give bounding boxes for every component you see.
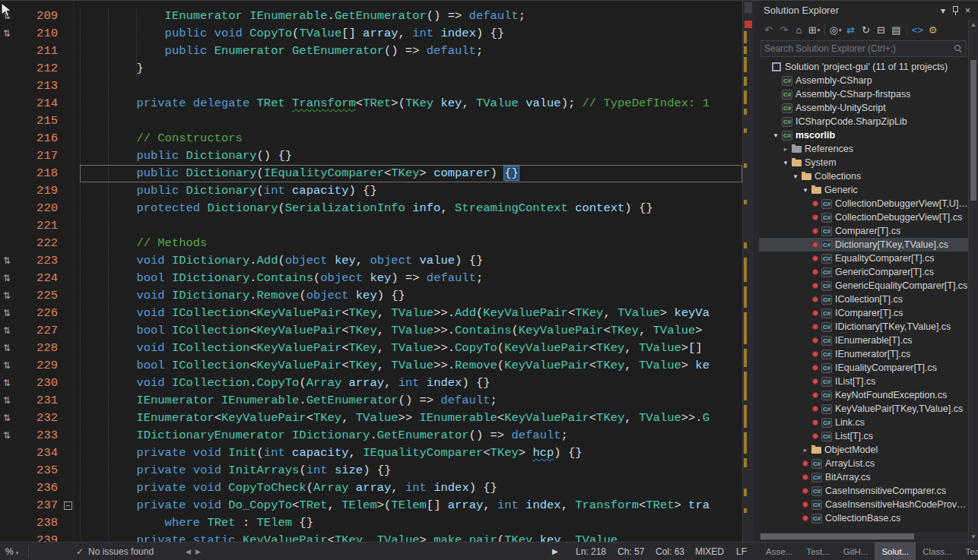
code-text[interactable]: // Constructors	[80, 130, 742, 147]
code-line[interactable]: ⇅230void ICollection.CopyTo(Array array,…	[0, 375, 742, 392]
code-text[interactable]	[80, 78, 742, 95]
code-line[interactable]: 238where TRet : TElem {}	[0, 514, 742, 532]
refresh-icon[interactable]: ↻	[859, 24, 873, 36]
line-number[interactable]: 235	[23, 462, 58, 479]
panel-tab-gith[interactable]: GitH...	[837, 543, 875, 560]
tree-item[interactable]: ICollection[T].cs	[759, 293, 968, 306]
scrollbar-thumb[interactable]	[970, 60, 976, 201]
split-editor-handle-icon[interactable]	[745, 2, 752, 13]
tree-item[interactable]: IEqualityComparer[T].cs	[759, 361, 968, 375]
search-box[interactable]	[760, 40, 967, 57]
code-line[interactable]: ⇅225void IDictionary.Remove(object key) …	[0, 287, 742, 305]
line-number[interactable]: 212	[23, 60, 58, 78]
line-number[interactable]: 211	[23, 43, 58, 60]
line-number[interactable]: 221	[23, 217, 58, 235]
tree-item[interactable]: IList[T].cs	[759, 375, 968, 388]
code-line[interactable]: ⇅229bool ICollection<KeyValuePair<TKey, …	[0, 357, 742, 375]
code-text[interactable]: }	[80, 60, 742, 78]
code-line[interactable]: ⇅210public void CopyTo(TValue[] array, i…	[0, 25, 742, 43]
code-line[interactable]: ⇅228void ICollection<KeyValuePair<TKey, …	[0, 340, 742, 357]
code-line[interactable]: 217public Dictionary() {}	[0, 147, 742, 165]
panel-tab-test[interactable]: Test...	[799, 543, 837, 560]
expander-open-icon[interactable]: ▾	[780, 159, 791, 166]
code-text[interactable]: void ICollection.CopyTo(Array array, int…	[80, 375, 742, 392]
pin-icon[interactable]	[952, 5, 958, 15]
code-line[interactable]: ⇅231IEnumerator IEnumerable.GetEnumerato…	[0, 392, 742, 410]
line-number[interactable]: 233	[23, 427, 58, 445]
code-text[interactable]: protected Dictionary(SerializationInfo i…	[80, 200, 742, 217]
tree-item[interactable]: ▸ObjectModel	[759, 443, 968, 457]
scroll-up-icon[interactable]: ▲	[969, 21, 978, 28]
code-line[interactable]: ⇅224bool IDictionary.Contains(object key…	[0, 270, 742, 287]
tree-item[interactable]: Assembly-UnityScript	[759, 101, 968, 115]
hscroll-right-arrow-icon[interactable]: ▶	[552, 543, 558, 560]
scrollbar-thumb[interactable]	[760, 533, 914, 539]
scroll-down-icon[interactable]: ▼	[969, 533, 978, 540]
code-line[interactable]: 215	[0, 112, 742, 130]
tree-item[interactable]: Dictionary[TKey,TValue].cs	[759, 238, 968, 252]
tree-item[interactable]: CollectionDebuggerView[T].cs	[759, 210, 968, 224]
code-line[interactable]: 234private void Init(int capacity, IEqua…	[0, 445, 742, 462]
panel-tab-asse[interactable]: Asse...	[759, 543, 799, 560]
code-text[interactable]: void IDictionary.Add(object key, object …	[80, 252, 742, 270]
tree-item[interactable]: CaseInsensitiveComparer.cs	[759, 484, 968, 498]
hscroll-secondary-arrow-icon[interactable]: ▶	[195, 543, 201, 560]
line-number[interactable]: 225	[23, 287, 58, 305]
line-number[interactable]: 224	[23, 270, 58, 287]
line-number[interactable]: 219	[23, 182, 58, 200]
code-line[interactable]: 219public Dictionary(int capacity) {}	[0, 182, 742, 200]
tree-item[interactable]: List[T].cs	[759, 429, 968, 443]
line-number[interactable]: 215	[23, 112, 58, 130]
tree-item[interactable]: IDictionary[TKey,TValue].cs	[759, 320, 968, 334]
code-text[interactable]: bool ICollection<KeyValuePair<TKey, TVal…	[80, 322, 742, 340]
fold-collapse-button[interactable]: −	[64, 501, 72, 510]
panel-tab-class[interactable]: Class...	[916, 543, 958, 560]
tree-item[interactable]: Assembly-CSharp	[759, 74, 968, 87]
editor-vertical-scrollbar[interactable]	[742, 1, 754, 542]
line-number[interactable]: 237	[23, 497, 58, 514]
code-line[interactable]: 212}	[0, 60, 742, 78]
tree-item[interactable]: GenericEqualityComparer[T].cs	[759, 279, 968, 293]
code-text[interactable]: private void CopyToCheck(Array array, in…	[80, 479, 742, 497]
search-icon[interactable]	[953, 43, 964, 54]
line-number[interactable]: 223	[23, 252, 58, 270]
collapse-all-icon[interactable]: ⊟	[874, 24, 888, 36]
tree-item[interactable]: EqualityComparer[T].cs	[759, 252, 968, 265]
line-number[interactable]: 232	[23, 410, 58, 427]
tree-item[interactable]: IEnumerable[T].cs	[759, 334, 968, 347]
line-number[interactable]: 213	[23, 78, 58, 95]
switch-views-icon[interactable]: ⊞▾	[807, 24, 821, 36]
close-icon[interactable]: ×	[965, 5, 970, 16]
tree-item[interactable]: IEnumerator[T].cs	[759, 347, 968, 361]
code-text[interactable]: private static KeyValuePair<TKey, TValue…	[80, 532, 742, 542]
line-number[interactable]: 220	[23, 200, 58, 217]
expander-open-icon[interactable]: ▾	[800, 186, 811, 194]
line-number[interactable]: 209	[23, 8, 58, 25]
code-text[interactable]: bool ICollection<KeyValuePair<TKey, TVal…	[80, 357, 742, 375]
panel-vertical-scrollbar[interactable]: ▲ ▼	[968, 20, 978, 542]
panel-tab-solut[interactable]: Solut...	[875, 543, 916, 560]
code-editor[interactable]: ⇅209IEnumerator IEnumerable.GetEnumerato…	[0, 1, 742, 542]
code-text[interactable]: // Methods	[80, 235, 742, 252]
home-icon[interactable]: ⌂	[792, 24, 806, 36]
code-text[interactable]: public void CopyTo(TValue[] array, int i…	[80, 25, 742, 43]
code-line[interactable]: ⇅223void IDictionary.Add(object key, obj…	[0, 252, 742, 270]
line-number[interactable]: 214	[23, 95, 58, 112]
back-icon[interactable]: ↶	[761, 24, 776, 36]
code-text[interactable]: IDictionaryEnumerator IDictionary.GetEnu…	[80, 427, 742, 445]
tree-item[interactable]: GenericComparer[T].cs	[759, 265, 968, 279]
code-text[interactable]: public Dictionary(int capacity) {}	[80, 182, 742, 200]
tree-item[interactable]: ▾Generic	[759, 183, 968, 197]
line-number[interactable]: 238	[23, 514, 58, 532]
line-number[interactable]: 222	[23, 235, 58, 252]
code-line[interactable]: ⇅227bool ICollection<KeyValuePair<TKey, …	[0, 322, 742, 340]
line-number[interactable]: 234	[23, 445, 58, 462]
zoom-control[interactable]: %▾	[5, 543, 18, 560]
line-number[interactable]: 210	[23, 25, 58, 43]
code-line[interactable]: 236private void CopyToCheck(Array array,…	[0, 479, 742, 497]
chevron-down-icon[interactable]: ▾	[941, 5, 945, 16]
tree-item[interactable]: ArrayList.cs	[759, 457, 968, 470]
code-line[interactable]: 220protected Dictionary(SerializationInf…	[0, 200, 742, 217]
expander-closed-icon[interactable]: ▸	[780, 145, 791, 153]
code-line[interactable]: ⇅226void ICollection<KeyValuePair<TKey, …	[0, 305, 742, 322]
